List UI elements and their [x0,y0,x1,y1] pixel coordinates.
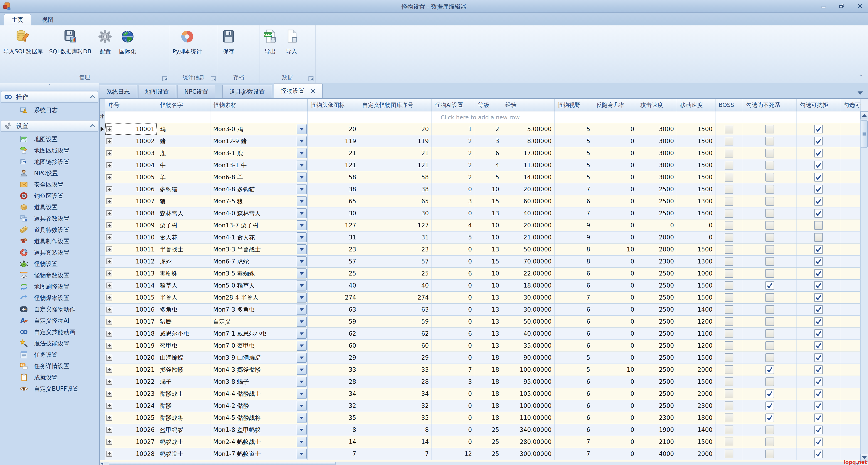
boss-checkbox[interactable] [725,233,734,242]
row-expand-button[interactable] [106,222,112,228]
cell-sight[interactable]: 6 [555,388,593,400]
cell-lure[interactable] [840,412,861,424]
boss-checkbox[interactable] [725,281,734,290]
cell-monster-material[interactable]: Mon4-0 森林雪人 [210,208,308,219]
undead-checkbox[interactable] [766,185,774,193]
cell-seq[interactable]: 10018 [105,328,157,340]
resist-checkbox[interactable] [814,125,823,133]
cell-lure[interactable] [840,255,861,267]
cell-exp[interactable]: 95.00000 [502,376,555,388]
cell-move-speed[interactable]: 1500 [677,376,715,388]
cell-gallery-index[interactable]: 8 [359,424,432,436]
cell-lure[interactable] [840,208,861,219]
table-row[interactable]: 10017猎鹰自定义595901350.000006025001200 [100,316,861,328]
cell-level[interactable]: 10 [475,280,502,291]
row-indicator-cell[interactable] [100,352,105,364]
cell-anti-stealth[interactable]: 0 [593,388,637,400]
cell-move-speed[interactable]: 1500 [677,135,715,147]
cell-monster-name[interactable]: 羊 [157,171,210,183]
cell-exp[interactable]: 5.00000 [502,123,555,135]
material-dropdown-button[interactable] [297,232,307,242]
cell-resist[interactable] [797,208,840,219]
cell-avatar-icon[interactable]: 38 [308,183,359,195]
cell-move-speed[interactable]: 1500 [677,244,715,255]
cell-monster-name[interactable]: 毒蜘蛛 [157,268,210,279]
cell-move-speed[interactable]: 1100 [677,328,715,340]
table-row[interactable]: 10006多钩猫Mon4-8 多钩猫383801020.000007025001… [100,183,861,195]
cell-lure[interactable] [840,244,861,255]
cell-gallery-index[interactable]: 32 [359,400,432,412]
boss-checkbox[interactable] [725,450,734,458]
cell-seq[interactable]: 10009 [105,219,157,231]
cell-anti-stealth[interactable]: 0 [593,291,637,303]
cell-level[interactable]: 15 [475,255,502,267]
cell-lure[interactable] [840,352,861,364]
cell-undead[interactable] [743,268,797,279]
cell-seq[interactable]: 10021 [105,364,157,376]
cell-monster-name[interactable]: 半兽战士 [157,244,210,255]
cell-seq[interactable]: 10010 [105,231,157,243]
resist-checkbox[interactable] [814,245,823,254]
cell-seq[interactable]: 10011 [105,244,157,255]
undead-checkbox[interactable] [766,173,774,182]
cell-ai-setting[interactable]: 6 [432,268,475,279]
cell-sight[interactable]: 5 [555,352,593,364]
cell-exp[interactable]: 100.00000 [502,364,555,376]
cell-attack-speed[interactable]: 3000 [637,123,677,135]
cell-boss[interactable] [715,352,743,364]
cell-undead[interactable] [743,364,797,376]
material-dropdown-button[interactable] [297,136,307,146]
table-row[interactable]: 10021掷斧骷髅Mon4-3 掷斧骷髅3333718100.000005102… [100,364,861,376]
cell-attack-speed[interactable]: 2500 [637,364,677,376]
cell-seq[interactable]: 10022 [105,376,157,388]
cell-boss[interactable] [715,316,743,328]
cell-attack-speed[interactable]: 2500 [637,304,677,315]
cell-anti-stealth[interactable]: 0 [593,340,637,351]
cell-sight[interactable]: 8 [555,244,593,255]
row-indicator-cell[interactable] [100,304,105,315]
new-row-hint[interactable]: Click here to add a new row [100,112,861,123]
row-indicator-cell[interactable] [100,171,105,183]
cell-anti-stealth[interactable]: 0 [593,436,637,448]
boss-checkbox[interactable] [725,293,734,302]
sidebar-item-地图区域设置[interactable]: 地图区域设置 [0,145,99,156]
cell-gallery-index[interactable]: 40 [359,280,432,291]
cell-monster-name[interactable]: 栗子树 [157,219,210,231]
cell-undead[interactable] [743,159,797,171]
sidebar-item-道具套装设置[interactable]: 道具套装设置 [0,247,99,258]
cell-attack-speed[interactable]: 3000 [637,147,677,159]
row-indicator-cell[interactable] [100,268,105,279]
cell-move-speed[interactable]: 1300 [677,195,715,207]
cell-level[interactable]: 13 [475,291,502,303]
cell-attack-speed[interactable]: 2500 [637,400,677,412]
cell-avatar-icon[interactable]: 119 [308,135,359,147]
sidebar-item-地图设置[interactable]: 地图设置 [0,133,99,145]
cell-lure[interactable] [840,147,861,159]
nav-group-操作[interactable]: 操作 [1,91,98,102]
cell-move-speed[interactable]: 0 [677,231,715,243]
doc-tab-怪物设置[interactable]: 怪物设置× [274,83,322,98]
undead-checkbox[interactable] [766,209,774,218]
cell-exp[interactable]: 90.00000 [502,352,555,364]
cell-level[interactable]: 6 [475,147,502,159]
sidebar-item-道具制作设置[interactable]: 道具制作设置 [0,236,99,247]
cell-gallery-index[interactable]: 60 [359,340,432,351]
resist-checkbox[interactable] [814,401,823,410]
cell-undead[interactable] [743,436,797,448]
cell-sight[interactable]: 6 [555,268,593,279]
cell-resist[interactable] [797,255,840,267]
cell-undead[interactable] [743,388,797,400]
cell-ai-setting[interactable]: 0 [432,280,475,291]
cell-sight[interactable]: 6 [555,412,593,424]
cell-level[interactable]: 18 [475,400,502,412]
cell-exp[interactable]: 8.00000 [502,135,555,147]
cell-ai-setting[interactable]: 0 [432,208,475,219]
cell-resist[interactable] [797,219,840,231]
cell-seq[interactable]: 10017 [105,316,157,328]
cell-monster-name[interactable]: 猪 [157,135,210,147]
cell-move-speed[interactable]: 1500 [677,208,715,219]
cell-resist[interactable] [797,123,840,135]
material-dropdown-button[interactable] [297,377,307,387]
cell-avatar-icon[interactable]: 25 [308,268,359,279]
cell-resist[interactable] [797,352,840,364]
